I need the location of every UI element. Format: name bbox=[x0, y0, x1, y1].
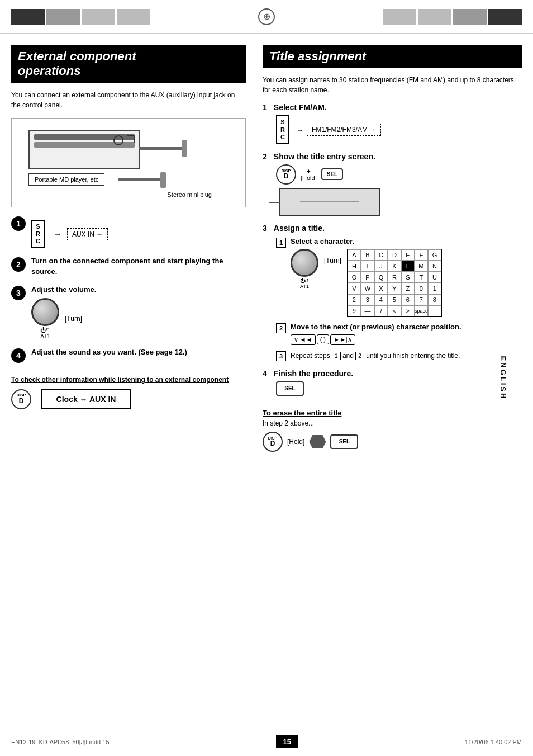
stereo-label: Stereo mini plug bbox=[168, 191, 212, 198]
erase-icon bbox=[309, 435, 326, 448]
disp-button[interactable]: DISP D bbox=[11, 389, 31, 409]
language-label: ENGLISH bbox=[499, 356, 507, 400]
step-2-circle: 2 bbox=[11, 257, 26, 272]
right-section-header: Title assignment bbox=[263, 45, 522, 68]
bar-block-7 bbox=[453, 9, 487, 25]
sub-step-2-content: Move to the next (or previous) character… bbox=[291, 323, 522, 345]
aux-arrow: → bbox=[54, 230, 61, 239]
char-grid: A B C D E F G H I J K L M bbox=[347, 249, 442, 317]
erase-title: To erase the entire title bbox=[263, 409, 522, 417]
clock-aux-box: Clock ↔ AUX IN bbox=[41, 389, 131, 409]
check-link-text[interactable]: To check other information while listeni… bbox=[11, 376, 246, 384]
clock-aux-row: DISP D Clock ↔ AUX IN bbox=[11, 389, 246, 409]
step-4-content: Adjust the sound as you want. (See page … bbox=[31, 347, 246, 357]
step-3-label: Adjust the volume. bbox=[31, 285, 96, 294]
nav-prev[interactable]: ∨|◄◄ bbox=[291, 334, 316, 345]
right-step-4-label: Finish the procedure. bbox=[274, 369, 353, 378]
right-step-3: 3 Assign a title. 1 Select a character. … bbox=[263, 224, 522, 361]
top-bar: ⊕ bbox=[0, 0, 533, 34]
main-content: External component operations You can co… bbox=[0, 34, 533, 463]
step-1-circle: 1 bbox=[11, 216, 26, 231]
hold-label: + bbox=[301, 168, 317, 174]
erase-hold-label: [Hold] bbox=[287, 438, 304, 446]
sel-button-erase[interactable]: SEL bbox=[330, 434, 358, 449]
page-number: 15 bbox=[276, 735, 297, 748]
right-step-3-num: 3 bbox=[263, 224, 267, 233]
right-disp-button-2[interactable]: DISP D bbox=[263, 432, 283, 452]
step-4-label: Adjust the sound as you want. (See page … bbox=[31, 348, 187, 356]
right-section-title: Title assignment bbox=[269, 49, 515, 64]
repeat-text: Repeat steps 1 and 2 until you finish en… bbox=[291, 351, 522, 361]
top-bar-left-blocks bbox=[11, 9, 247, 25]
right-step-4-num: 4 bbox=[263, 369, 267, 378]
step-3-circle: 3 bbox=[11, 286, 26, 300]
step-2-content: Turn on the connected component and star… bbox=[31, 256, 246, 276]
left-section-title: External component operations bbox=[18, 49, 239, 79]
right-step-1-num: 1 bbox=[263, 103, 267, 112]
md-player-label: Portable MD player, etc bbox=[35, 176, 98, 183]
erase-section: To erase the entire title In step 2 abov… bbox=[263, 404, 522, 452]
right-intro-text: You can assign names to 30 station frequ… bbox=[263, 75, 522, 95]
bar-block-8 bbox=[488, 9, 522, 25]
step-4: 4 Adjust the sound as you want. (See pag… bbox=[11, 347, 246, 363]
right-turn-label: [Turn] bbox=[324, 257, 341, 264]
fm-am-dashed: FM1/FM2/FM3/AM → bbox=[307, 124, 381, 136]
nav-mid[interactable]: ( ) bbox=[317, 334, 329, 344]
sub-step-1-content: Select a character. ⏻/1AT1 [Turn] A B C … bbox=[291, 237, 522, 317]
compass-icon: ⊕ bbox=[258, 8, 275, 25]
bar-block-6 bbox=[418, 9, 451, 25]
footer-left: EN12-19_KD-APD58_50[J]f.indd 15 bbox=[11, 739, 110, 745]
right-step-1-label: Select FM/AM. bbox=[274, 103, 327, 112]
bar-block-3 bbox=[82, 9, 115, 25]
right-src-box: S R C bbox=[276, 115, 289, 144]
src-box: S R C bbox=[31, 220, 45, 249]
sel-button-1[interactable]: SEL bbox=[321, 168, 343, 180]
erase-body: In step 2 above... bbox=[263, 419, 522, 427]
knob-group: ⏻/1AT1 bbox=[31, 298, 59, 339]
right-step-4: 4 Finish the procedure. SEL bbox=[263, 369, 522, 396]
nav-btn-row: ∨|◄◄ ( ) ►►|∧ bbox=[291, 334, 522, 345]
right-step-2-num: 2 bbox=[263, 152, 267, 161]
sub-step-3-content: Repeat steps 1 and 2 until you finish en… bbox=[291, 351, 522, 361]
right-step-1: 1 Select FM/AM. S R C → FM1/FM2/FM3/AM → bbox=[263, 103, 522, 144]
nav-next[interactable]: ►►|∧ bbox=[330, 334, 355, 345]
step-1-content: S R C → AUX IN → bbox=[31, 215, 246, 249]
device-diagram: Portable MD player, etc Stereo mini plug bbox=[11, 118, 246, 207]
step-2: 2 Turn on the connected component and st… bbox=[11, 256, 246, 276]
step-2-label: Turn on the connected component and star… bbox=[31, 257, 223, 275]
bar-block-2 bbox=[46, 9, 80, 25]
right-column: Title assignment You can assign names to… bbox=[263, 45, 522, 452]
step-4-circle: 4 bbox=[11, 348, 26, 363]
sub-step-2-label: Move to the next (or previous) character… bbox=[291, 323, 522, 331]
sub-step-3-num: 3 bbox=[276, 351, 286, 361]
sub-step-1-num: 1 bbox=[276, 238, 286, 248]
aux-in-row: S R C → AUX IN → bbox=[31, 220, 246, 249]
turn-label: [Turn] bbox=[65, 315, 82, 323]
display-screen bbox=[279, 188, 380, 216]
knob-sublabel: ⏻/1AT1 bbox=[31, 327, 59, 339]
bar-block-4 bbox=[117, 9, 150, 25]
sub-step-2-num: 2 bbox=[276, 323, 286, 333]
left-column: External component operations You can co… bbox=[11, 45, 246, 452]
left-intro-text: You can connect an external component to… bbox=[11, 90, 246, 110]
right-step-2: 2 Show the title entry screen. DISP D + … bbox=[263, 152, 522, 216]
footer-right: 11/20/06 1:40:02 PM bbox=[465, 739, 522, 745]
aux-in-label: AUX IN → bbox=[67, 228, 108, 240]
left-section-header: External component operations bbox=[11, 45, 246, 83]
right-step-2-label: Show the title entry screen. bbox=[274, 152, 375, 161]
right-knob bbox=[291, 249, 318, 277]
step-3-content: Adjust the volume. ⏻/1AT1 [Turn] bbox=[31, 285, 246, 339]
bar-block-1 bbox=[11, 9, 45, 25]
clock-aux-text: Clock ↔ AUX IN bbox=[56, 395, 116, 404]
top-bar-right-blocks bbox=[286, 9, 522, 25]
right-step-3-label: Assign a title. bbox=[274, 224, 325, 233]
bottom-bar: EN12-19_KD-APD58_50[J]f.indd 15 15 11/20… bbox=[11, 735, 522, 748]
step-1: 1 S R C → AUX IN → bbox=[11, 215, 246, 249]
knob bbox=[31, 298, 59, 326]
bar-block-5 bbox=[383, 9, 416, 25]
right-disp-button-1[interactable]: DISP D bbox=[276, 164, 296, 185]
fm-am-text: FM1/FM2/FM3/AM → bbox=[312, 126, 376, 134]
sub-step-2: 2 Move to the next (or previous) charact… bbox=[276, 323, 522, 345]
sel-button-finish[interactable]: SEL bbox=[276, 381, 304, 396]
sub-step-1-label: Select a character. bbox=[291, 237, 522, 245]
